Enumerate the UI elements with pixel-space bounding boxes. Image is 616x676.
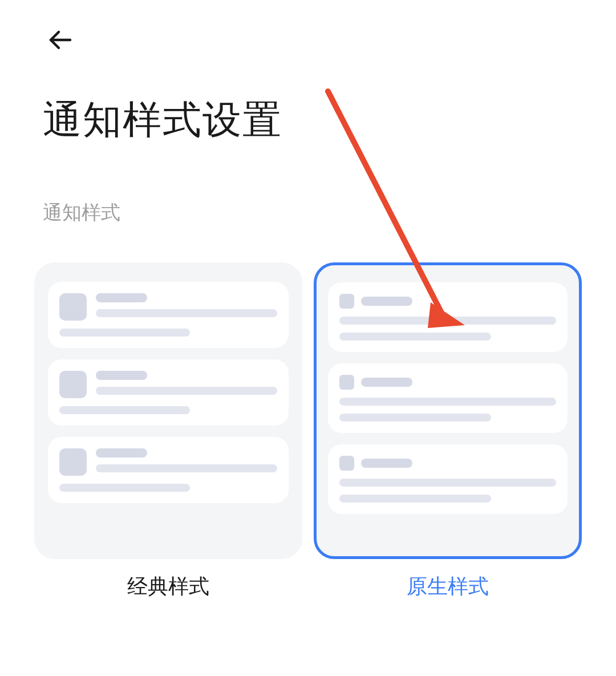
back-button[interactable] <box>43 23 77 57</box>
app-icon <box>59 448 87 476</box>
arrow-left-icon <box>46 26 74 54</box>
page-title: 通知样式设置 <box>43 94 282 146</box>
notification-preview-item <box>328 444 568 514</box>
app-icon <box>339 375 354 390</box>
option-classic[interactable]: 经典样式 <box>34 262 302 601</box>
section-label: 通知样式 <box>43 200 120 226</box>
notification-preview-item <box>328 363 568 433</box>
notification-preview-item <box>48 437 289 503</box>
app-icon <box>339 294 354 309</box>
app-icon <box>339 456 354 471</box>
notification-preview-item <box>48 282 289 348</box>
app-icon <box>59 293 87 321</box>
notification-preview-item <box>48 359 289 426</box>
style-options: 经典样式 <box>34 262 582 601</box>
option-classic-label: 经典样式 <box>34 573 302 601</box>
option-native[interactable]: 原生样式 <box>314 262 582 601</box>
app-icon <box>59 371 87 398</box>
option-native-label: 原生样式 <box>314 573 582 601</box>
notification-preview-item <box>328 282 568 352</box>
preview-classic <box>34 262 302 559</box>
preview-native <box>314 262 582 559</box>
